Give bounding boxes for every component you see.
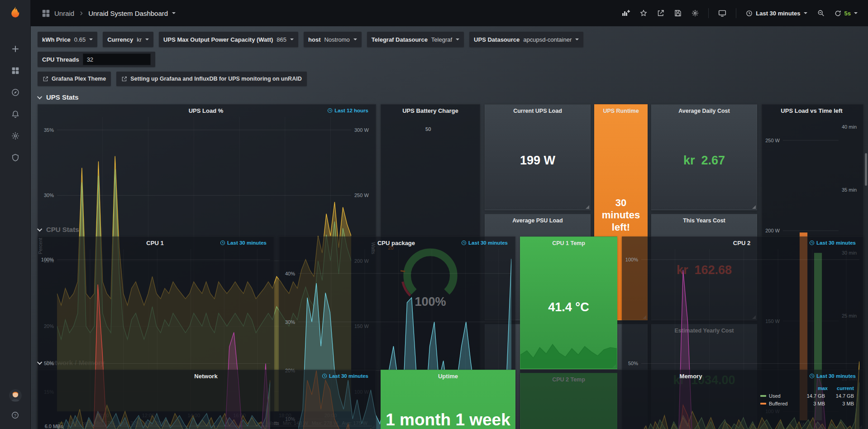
legend-row[interactable]: Buffered 3 MB 3 MB [760,400,854,407]
series-current: 14.7 GB [828,393,854,399]
variable-label: Currency [107,36,133,43]
time-range-label: Last 30 minutes [329,373,368,379]
left-sidebar: ? [0,0,31,429]
svg-text:?: ? [14,412,16,417]
axis-tick-label: 100% [625,257,638,262]
share-dashboard-button[interactable] [653,6,668,20]
variable-telegraf-datasource[interactable]: Telegraf Datasource Telegraf [367,32,464,47]
series-max: 14.7 GB [799,393,825,399]
user-avatar[interactable] [9,389,22,404]
help-button[interactable]: ? [0,408,31,422]
zoom-out-icon [817,10,825,17]
variable-label: CPU Threads [42,56,79,63]
stat-value: 43.6 °C [520,383,617,429]
panel-title: Current UPS Load [513,108,562,114]
sidebar-item-create[interactable] [0,39,31,59]
stat-value: 1 month 1 week [381,410,515,429]
axis-tick-label: 100% [41,257,54,262]
scrollbar-thumb[interactable] [865,153,867,186]
save-dashboard-button[interactable] [670,6,686,20]
shield-icon [11,154,19,162]
variable-value[interactable]: 865 [277,36,286,43]
panel-cpu1-temp: CPU 1 Temp 41.4 °C [520,236,617,369]
breadcrumb-title[interactable]: Unraid System Dashboard [88,10,168,17]
sidebar-item-alerting[interactable] [0,104,31,124]
panel-network: Network Last 30 minutes 2.0 MBs4.0 MBs6.… [38,370,376,429]
link-grafana-plex-theme[interactable]: Grafana Plex Theme [38,72,111,86]
legend-row[interactable]: Used 14.7 GB 14.7 GB [760,392,854,400]
panel-title: UPS Load vs Time left [781,107,842,114]
sidebar-item-server-admin[interactable] [0,148,31,168]
variable-ups-max-output[interactable]: UPS Max Output Power Capacity (Watt) 865 [159,32,298,47]
cycle-view-mode-button[interactable] [714,5,730,21]
sidebar-item-configuration[interactable] [0,126,31,146]
axis-tick-label: 30% [44,193,54,198]
series-name[interactable]: Used [769,393,796,399]
series-max: 3 MB [799,401,825,406]
section-title: UPS Stats [46,93,79,101]
panel-header[interactable]: CPU 1 Last 30 minutes [40,237,270,249]
currency-prefix: kr [683,154,695,168]
panel-header[interactable]: UPS Load vs Time left [764,105,859,117]
link-label: Grafana Plex Theme [52,76,106,82]
variable-kwh-price[interactable]: kWh Price 0.65 [38,32,97,47]
variable-value[interactable]: kr [137,36,142,43]
series-name[interactable]: Buffered [769,401,796,406]
panel-header[interactable]: UPS Load % Last 12 hours [40,105,372,117]
link-ups-monitoring-guide[interactable]: Setting up Grafana and InfluxDB for UPS … [116,72,306,86]
panel-time-range[interactable]: Last 30 minutes [461,240,508,246]
row-header-ups-stats[interactable]: UPS Stats [38,93,863,101]
star-dashboard-button[interactable] [636,6,651,20]
legend-col-current[interactable]: current [828,386,854,391]
zoom-out-button[interactable] [813,6,829,20]
chevron-down-icon [290,39,294,40]
panel-time-range[interactable]: Last 30 minutes [809,373,856,379]
variable-ups-datasource[interactable]: UPS Datasource apcupsd-container [469,32,583,47]
variable-value[interactable]: Telegraf [431,36,452,43]
panel-header[interactable]: CPU package Last 30 minutes [281,237,511,249]
plot-area[interactable] [66,382,372,429]
panel-time-range[interactable]: Last 30 minutes [322,373,368,379]
resize-handle[interactable] [752,205,756,209]
time-range-label: Last 30 minutes [816,240,856,246]
panel-header[interactable]: CPU 2 Last 30 minutes [624,237,859,249]
panel-time-range[interactable]: Last 30 minutes [809,240,856,246]
dashboards-grid-icon [11,67,19,75]
panel-title: CPU 1 Temp [520,240,617,246]
time-range-picker-button[interactable]: Last 30 minutes [742,6,811,20]
panel-header[interactable]: Memory Last 30 minutes [522,370,859,382]
navbar-actions: Last 30 minutes 5s [618,5,862,21]
variable-currency[interactable]: Currency kr [103,32,153,47]
variable-host[interactable]: host Nostromo [304,32,362,47]
panel-title: UPS Load % [189,107,224,114]
gear-icon [692,10,699,17]
panel-header[interactable]: UPS Battery Charge [381,105,480,117]
variable-value[interactable]: 0.65 [74,36,86,43]
chevron-down-icon [804,12,807,14]
dashboard-grid-icon[interactable] [42,9,50,18]
monitor-icon [718,9,726,17]
axis-tick-label: 40 min [842,124,857,130]
panel-time-range[interactable]: Last 12 hours [327,108,368,113]
panel-header[interactable]: Uptime [381,370,515,382]
sidebar-item-explore[interactable] [0,82,31,102]
cpu-threads-input[interactable] [83,53,151,65]
chevron-right-icon [78,10,84,16]
refresh-button[interactable]: 5s [830,6,862,20]
add-panel-button[interactable] [618,6,634,20]
grafana-logo[interactable] [8,0,23,26]
sidebar-item-dashboards[interactable] [0,61,31,81]
dashboard-settings-button[interactable] [687,6,703,20]
chevron-down-icon[interactable] [172,12,176,14]
axis-tick-label: 200 W [765,228,780,233]
variable-value[interactable]: Nostromo [324,36,349,43]
divider [736,8,736,18]
breadcrumb-root[interactable]: Unraid [54,10,74,17]
panel-header[interactable]: Network Last 30 minutes [40,370,372,382]
legend-col-max[interactable]: max [801,386,828,391]
resize-handle[interactable] [586,205,589,209]
variable-value[interactable]: apcupsd-container [523,36,572,43]
chevron-down-icon [145,39,149,40]
stat-value: 41.4 °C [520,246,617,369]
panel-time-range[interactable]: Last 30 minutes [220,240,267,246]
